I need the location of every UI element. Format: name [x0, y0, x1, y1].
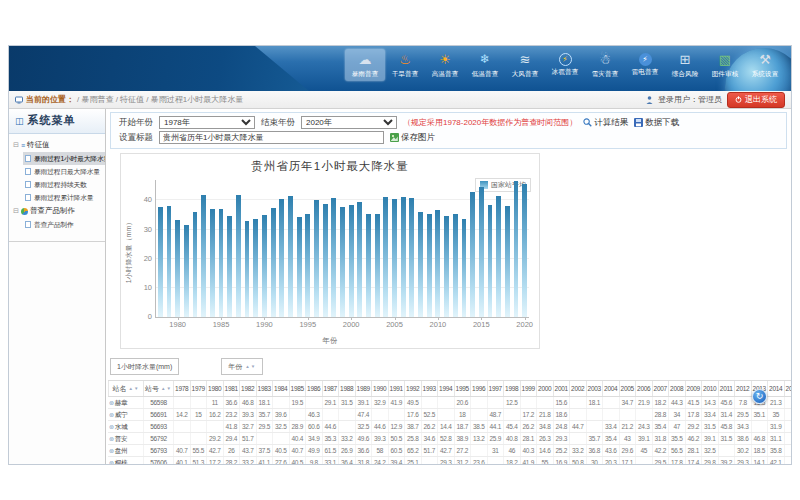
nav-item-map-review[interactable]: ▧图件审核 [705, 49, 745, 81]
id-sort-arrows[interactable]: ▲▼ [161, 381, 172, 396]
nav-item-system-settings[interactable]: ⚒系统设置 [745, 49, 785, 81]
year-column-header: 2006 [636, 381, 653, 396]
header-nav: ☁暴雨普查♨干旱普查☀高温普查❄低温普查≋大风普查⚡冰雹普查☃雪灾普查⚡雷电普查… [345, 49, 785, 81]
tree-group-0[interactable]: ⊟≡特征值 [13, 138, 105, 152]
precipitation-chart: 贵州省历年1小时最大降水量 国家站平均 1小时降水量（mm） 010203040… [120, 153, 540, 349]
tree-toggle-icon[interactable]: ⊟ [13, 141, 19, 149]
nav-item-high-temp[interactable]: ☀高温普查 [425, 49, 465, 81]
breadcrumb-path[interactable]: / 暴雨普查 / 特征值 / 暴雨过程1小时最大降水量 [77, 94, 243, 105]
station-name-cell[interactable]: ⊛盘州 [108, 445, 144, 456]
value-cell: 61.5 [323, 445, 340, 456]
page-icon [25, 221, 31, 228]
value-cell: 49.6 [356, 433, 373, 444]
value-cell: 35.4 [603, 433, 620, 444]
value-cell: 51.3 [191, 457, 208, 464]
station-name-cell[interactable]: ⊛威宁 [108, 409, 144, 420]
download-button[interactable]: 数据下载 [634, 117, 679, 129]
value-cell: 34.3 [735, 421, 752, 432]
end-year-select[interactable]: 2020年 [301, 116, 397, 129]
table-row-56792: ⊛普安5679229.229.451.740.434.935.333.249.6… [108, 433, 791, 445]
value-cell: 25.2 [554, 445, 571, 456]
tree-group-label: 普查产品制作 [30, 206, 75, 216]
nav-label-system-settings: 系统设置 [747, 69, 783, 79]
tree-item-0-0[interactable]: 暴雨过程1小时最大降水量 [23, 152, 105, 165]
name-sort-arrows[interactable]: ▲▼ [129, 381, 140, 396]
value-cell: 44.7 [570, 421, 587, 432]
value-cell: 31.2 [455, 457, 472, 464]
year-sort-arrows[interactable]: ▲▼ [245, 364, 256, 369]
tree-toggle-icon[interactable]: ⊟ [13, 207, 19, 215]
refresh-fab[interactable]: ↻ [752, 389, 767, 404]
station-name-cell[interactable]: ⊛桐梓 [108, 457, 144, 464]
x-tick-1995: 1995 [299, 320, 316, 329]
power-icon [735, 96, 742, 103]
nav-item-wind[interactable]: ≋大风普查 [505, 49, 545, 81]
table-row-57606: ⊛桐梓5760640.151.317.228.233.241.127.640.5… [108, 457, 791, 464]
value-cell: 32.7 [240, 421, 257, 432]
nav-item-snow[interactable]: ☃雪灾普查 [585, 49, 625, 81]
value-cell: 38.7 [405, 421, 422, 432]
nav-item-drought[interactable]: ♨干旱普查 [385, 49, 425, 81]
year-column-header: 1978 [174, 381, 191, 396]
tree-item-label: 暴雨过程累计降水量 [34, 193, 93, 203]
value-cell [438, 409, 455, 420]
calculate-button[interactable]: 计算结果 [583, 117, 628, 129]
nav-item-rainstorm[interactable]: ☁暴雨普查 [345, 49, 385, 81]
logout-button[interactable]: 退出系统 [727, 92, 785, 108]
value-cell: 41.9 [521, 457, 538, 464]
chart-title-input[interactable] [159, 131, 384, 144]
nav-item-low-temp[interactable]: ❄低温普查 [465, 49, 505, 81]
station-name-cell[interactable]: ⊛普安 [108, 433, 144, 444]
start-year-select[interactable]: 1978年 [159, 116, 255, 129]
nav-item-composite-risk[interactable]: ⊞综合风险 [665, 49, 705, 81]
value-cell: 36.4 [339, 457, 356, 464]
value-cell: 43 [620, 433, 637, 444]
chart-bar [357, 202, 362, 317]
station-name-cell[interactable]: ⊛赫章 [108, 397, 144, 408]
value-cell: 33.4 [603, 421, 620, 432]
value-cell [174, 433, 191, 444]
chart-bar [245, 221, 250, 317]
year-column-header: 1988 [339, 381, 356, 396]
value-cell: 46.8 [240, 397, 257, 408]
tree-item-0-1[interactable]: 暴雨过程日最大降水量 [23, 165, 105, 178]
value-cell: 31.1 [768, 433, 785, 444]
chart-bar [210, 209, 215, 317]
save-image-button[interactable]: 保存图片 [390, 132, 435, 144]
station-id-cell: 56693 [144, 421, 174, 432]
x-tick-1985: 1985 [213, 320, 230, 329]
value-cell: 48.7 [488, 409, 505, 420]
year-column-header: 1986 [306, 381, 323, 396]
page-icon [25, 168, 31, 175]
tree-item-0-3[interactable]: 暴雨过程累计降水量 [23, 191, 105, 204]
value-cell: 35.8 [768, 445, 785, 456]
nav-item-lightning[interactable]: ⚡雷电普查 [625, 49, 665, 81]
topbar: 当前的位置： / 暴雨普查 / 特征值 / 暴雨过程1小时最大降水量 登录用户：… [9, 91, 791, 109]
year-column-header: 2000 [537, 381, 554, 396]
tree-item-0-2[interactable]: 暴雨过程持续天数 [23, 178, 105, 191]
main-content: 开始年份 1978年 结束年份 2020年 （规定采用1978-2020年数据作… [106, 109, 791, 464]
tree-group-1[interactable]: ⊟普查产品制作 [13, 204, 105, 218]
chart-bar [427, 214, 432, 317]
breadcrumb: 当前的位置： / 暴雨普查 / 特征值 / 暴雨过程1小时最大降水量 [15, 94, 243, 105]
year-column-header: 2008 [669, 381, 686, 396]
x-tick-2005: 2005 [386, 320, 403, 329]
nav-label-drought: 干旱普查 [387, 69, 423, 79]
sidebar: ◫ 系统菜单 ⊟≡特征值暴雨过程1小时最大降水量暴雨过程日最大降水量暴雨过程持续… [9, 109, 106, 464]
value-cell: 28.2 [224, 457, 241, 464]
x-tick-2015: 2015 [473, 320, 490, 329]
value-cell [191, 433, 208, 444]
app-header: 贵州省气象灾害风险评估与区划系统 ☁暴雨普查♨干旱普查☀高温普查❄低温普查≋大风… [9, 46, 791, 91]
chart-bar [375, 214, 380, 317]
station-name-cell[interactable]: ⊛水城 [108, 421, 144, 432]
nav-item-hail[interactable]: ⚡冰雹普查 [545, 49, 585, 81]
value-cell: 49.9 [306, 445, 323, 456]
name-header-label: 站名 [113, 381, 127, 396]
value-cell: 40.7 [290, 445, 307, 456]
tree-item-label: 暴雨过程持续天数 [34, 180, 87, 190]
year-column-header: 1985 [290, 381, 307, 396]
tree-item-1-0[interactable]: 普查产品制作 [23, 218, 105, 231]
year-column-header: 2009 [686, 381, 703, 396]
value-cell: 17.8 [686, 409, 703, 420]
value-cell [785, 433, 792, 444]
